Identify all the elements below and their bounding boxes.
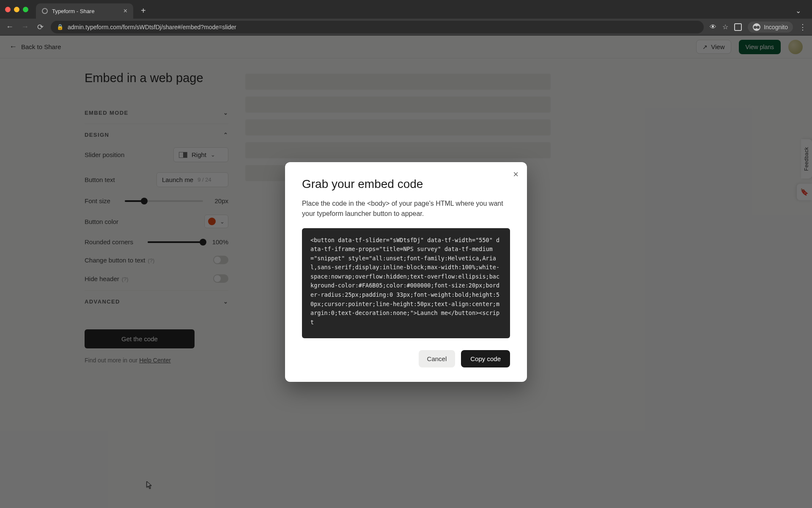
nav-forward-button[interactable]: → xyxy=(20,22,30,31)
window-controls xyxy=(5,7,28,12)
browser-menu-icon[interactable]: ⋮ xyxy=(799,22,807,32)
address-bar: ← → ⟳ 🔒 admin.typeform.com/form/sWDtsfDj… xyxy=(0,19,812,36)
tab-title: Typeform - Share xyxy=(52,8,94,14)
modal-close-button[interactable]: × xyxy=(513,169,518,180)
window-close-button[interactable] xyxy=(5,7,11,12)
incognito-icon xyxy=(753,23,760,31)
modal-description: Place the code in the <body> of your pag… xyxy=(302,199,510,219)
new-tab-button[interactable]: + xyxy=(137,6,150,16)
embed-code-modal: × Grab your embed code Place the code in… xyxy=(285,162,527,382)
cancel-button[interactable]: Cancel xyxy=(419,350,455,367)
copy-code-button[interactable]: Copy code xyxy=(461,350,510,367)
window-maximize-button[interactable] xyxy=(23,7,28,12)
tab-overflow-icon[interactable]: ⌄ xyxy=(790,7,807,15)
browser-tab[interactable]: Typeform - Share × xyxy=(36,3,133,19)
nav-reload-button[interactable]: ⟳ xyxy=(36,22,45,32)
eye-off-icon[interactable]: 👁 xyxy=(710,23,716,31)
window-minimize-button[interactable] xyxy=(14,7,19,12)
embed-code-block[interactable]: <button data-tf-slider="sWDtsfDj" data-t… xyxy=(302,228,510,338)
modal-overlay[interactable]: × Grab your embed code Place the code in… xyxy=(0,36,812,508)
incognito-label: Incognito xyxy=(764,24,788,30)
browser-chrome: Typeform - Share × + ⌄ ← → ⟳ 🔒 admin.typ… xyxy=(0,0,812,36)
extensions-icon[interactable] xyxy=(734,23,742,31)
modal-actions: Cancel Copy code xyxy=(302,350,510,367)
tab-close-button[interactable]: × xyxy=(123,7,127,15)
app-viewport: ← Back to Share ↗ View View plans Embed … xyxy=(0,36,812,508)
lock-icon: 🔒 xyxy=(57,24,63,30)
nav-back-button[interactable]: ← xyxy=(5,22,14,31)
url-text: admin.typeform.com/form/sWDtsfDj/share#/… xyxy=(68,24,236,30)
modal-title: Grab your embed code xyxy=(302,177,510,191)
url-field[interactable]: 🔒 admin.typeform.com/form/sWDtsfDj/share… xyxy=(51,21,704,33)
tab-strip: Typeform - Share × + ⌄ xyxy=(0,0,812,19)
incognito-badge[interactable]: Incognito xyxy=(748,22,793,33)
tab-favicon xyxy=(42,8,48,14)
bookmark-star-icon[interactable]: ☆ xyxy=(722,23,728,31)
